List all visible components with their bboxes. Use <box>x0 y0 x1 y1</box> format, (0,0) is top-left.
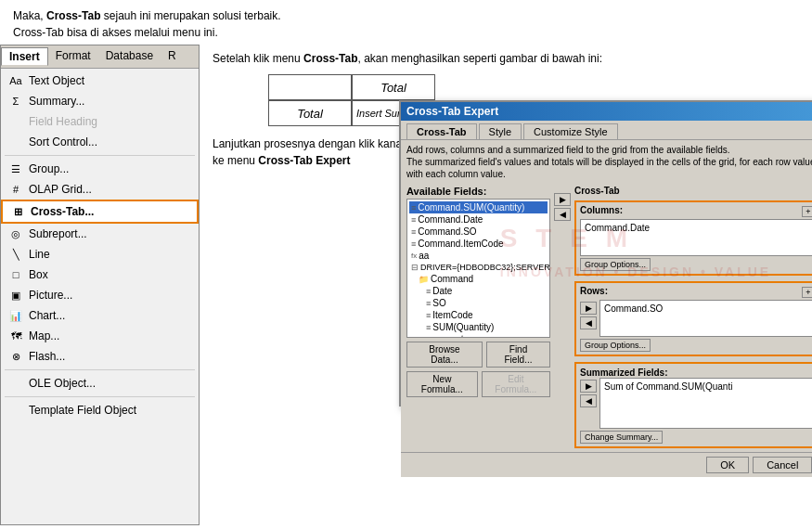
field-icon-driver: ⊟ <box>411 263 419 272</box>
field-label-cmd-itemcode: ItemCode <box>432 310 472 320</box>
menu-item-ole-object[interactable]: OLE Object... <box>1 373 199 394</box>
field-item-aa[interactable]: fx aa <box>409 250 548 262</box>
field-item-cmd-date[interactable]: ≡ Date <box>409 285 548 297</box>
menu-label-picture: Picture... <box>29 289 72 302</box>
arrow-right-button[interactable]: ▶ <box>554 193 571 206</box>
field-item-itemcode[interactable]: ≡ Command.ItemCode <box>409 238 548 250</box>
new-formula-button[interactable]: New Formula... <box>406 371 478 397</box>
columns-list[interactable]: Command.Date <box>580 219 812 256</box>
summarized-arrow-right[interactable]: ▶ <box>580 380 597 393</box>
text-icon: Aa <box>6 73 25 88</box>
menu-label-cross-tab: Cross-Tab... <box>31 205 94 218</box>
field-item-sum-qty[interactable]: ≡ Command.SUM(Quantity) <box>409 201 548 213</box>
menu-item-box[interactable]: □ Box <box>1 264 199 285</box>
summarized-list[interactable]: Sum of Command.SUM(Quanti <box>599 378 812 429</box>
field-label-cmd-sumqty: SUM(Quantity) <box>432 322 494 332</box>
field-item-command-folder[interactable]: 📁 Command <box>409 273 548 285</box>
menu-item-chart[interactable]: 📊 Chart... <box>1 305 199 326</box>
menu-bar-database[interactable]: Database <box>98 47 161 66</box>
flash-icon: ⊗ <box>6 349 25 364</box>
cross-tab-expert-dialog: S T E M INNOVATION • DESIGN • VALUE Cros… <box>399 100 812 406</box>
formula-buttons: New Formula... Edit Formula... <box>406 371 550 397</box>
rows-arrow-left[interactable]: ◀ <box>580 316 597 329</box>
subreport-icon: ◎ <box>6 226 25 241</box>
menu-item-group[interactable]: ☰ Group... <box>1 159 199 179</box>
menu-bar: Insert Format Database R <box>1 45 199 69</box>
group-icon: ☰ <box>6 161 25 176</box>
field-item-amount[interactable]: ≡ amount <box>409 333 548 338</box>
field-label-itemcode: Command.ItemCode <box>418 239 503 249</box>
field-item-driver[interactable]: ⊟ DRIVER={HDBODBC32};SERVERNODE=hanab.th… <box>409 262 548 273</box>
menu-bar-r[interactable]: R <box>161 47 184 66</box>
menu-item-cross-tab[interactable]: ⊞ Cross-Tab... <box>1 200 199 224</box>
ok-button[interactable]: OK <box>706 457 749 473</box>
menu-item-sort-control[interactable]: Sort Control... <box>1 132 199 152</box>
available-fields-section: Available Fields: ≡ Command.SUM(Quantity… <box>406 186 550 448</box>
find-field-button[interactable]: Find Field... <box>486 342 550 368</box>
menu-item-map[interactable]: 🗺 Map... <box>1 326 199 346</box>
tab-customize-style[interactable]: Customize Style <box>523 123 617 139</box>
intro-line1: Maka, Cross-Tab sejauh ini merupakan sol… <box>13 9 281 22</box>
rows-group-options-button[interactable]: Group Options... <box>580 339 651 352</box>
content-line1: Setelah klik menu Cross-Tab, akan mengha… <box>213 52 602 65</box>
columns-group-options-button[interactable]: Group Options... <box>580 258 651 271</box>
dialog-tabs: Cross-Tab Style Customize Style <box>401 121 812 140</box>
menu-label-olap-grid: OLAP Grid... <box>29 183 92 196</box>
menu-label-group: Group... <box>29 162 69 175</box>
edit-formula-button[interactable]: Edit Formula... <box>482 371 550 397</box>
rows-arrow-right[interactable]: ▶ <box>580 302 597 315</box>
summarized-arrow-buttons: ▶ ◀ <box>580 380 597 407</box>
columns-plus-button[interactable]: + <box>802 206 812 217</box>
menu-label-flash: Flash... <box>29 350 65 363</box>
menu-bar-insert[interactable]: Insert <box>1 47 48 66</box>
menu-item-picture[interactable]: ▣ Picture... <box>1 285 199 305</box>
field-item-so[interactable]: ≡ Command.SO <box>409 226 548 238</box>
field-item-date[interactable]: ≡ Command.Date <box>409 213 548 226</box>
rows-value-item[interactable]: Command.SO <box>602 303 812 315</box>
rows-arrow-buttons: ▶ ◀ <box>580 302 597 329</box>
change-summary-button[interactable]: Change Summary... <box>580 431 663 444</box>
menu-item-text-object[interactable]: Aa Text Object <box>1 71 199 91</box>
menu-item-olap-grid[interactable]: # OLAP Grid... <box>1 179 199 200</box>
columns-value-item[interactable]: Command.Date <box>583 222 812 234</box>
tab-cross-tab[interactable]: Cross-Tab <box>406 123 477 139</box>
menu-label-subreport: Subreport... <box>29 227 87 240</box>
dialog-main-content: Available Fields: ≡ Command.SUM(Quantity… <box>406 186 812 448</box>
menu-label-line: Line <box>29 248 50 261</box>
ct-preview-header-row: Total <box>268 74 435 100</box>
field-heading-icon <box>6 114 25 129</box>
menu-item-flash[interactable]: ⊗ Flash... <box>1 346 199 367</box>
summarized-arrow-left[interactable]: ◀ <box>580 394 597 407</box>
summarized-content: ▶ ◀ Sum of Command.SUM(Quanti <box>580 378 812 429</box>
menu-bar-format[interactable]: Format <box>48 47 98 66</box>
dialog-footer: OK Cancel Help <box>401 452 812 477</box>
cancel-button[interactable]: Cancel <box>753 457 812 473</box>
menu-item-summary[interactable]: Σ Summary... <box>1 91 199 111</box>
rows-plus-button[interactable]: + <box>802 287 812 298</box>
field-item-cmd-so[interactable]: ≡ SO <box>409 297 548 309</box>
field-icon-cmd-date: ≡ <box>426 287 431 296</box>
field-icon-cmd-sumqty: ≡ <box>426 323 431 332</box>
sigma-icon: Σ <box>6 94 25 109</box>
menu-item-subreport[interactable]: ◎ Subreport... <box>1 224 199 244</box>
summarized-value-item[interactable]: Sum of Command.SUM(Quanti <box>602 381 812 393</box>
field-label-cmd-date: Date <box>432 286 452 296</box>
right-side-section: Cross-Tab Columns: + - ▲ ▼ <box>574 186 812 448</box>
browse-data-button[interactable]: Browse Data... <box>406 342 483 368</box>
dialog-titlebar: Cross-Tab Expert ✕ <box>401 102 812 121</box>
field-icon-cmd-so: ≡ <box>426 299 431 308</box>
rows-list[interactable]: Command.SO <box>599 300 812 337</box>
arrow-left-button[interactable]: ◀ <box>554 208 571 221</box>
field-item-cmd-itemcode[interactable]: ≡ ItemCode <box>409 309 548 321</box>
field-item-cmd-sumqty[interactable]: ≡ SUM(Quantity) <box>409 321 548 333</box>
folder-icon: 📁 <box>419 275 429 284</box>
menu-label-text-object: Text Object <box>29 74 84 87</box>
menu-label-sort-control: Sort Control... <box>29 135 97 148</box>
field-label-aa: aa <box>419 251 429 261</box>
menu-item-template-field[interactable]: Template Field Object <box>1 400 199 420</box>
menu-item-line[interactable]: ╲ Line <box>1 244 199 264</box>
available-fields-list[interactable]: ≡ Command.SUM(Quantity) ≡ Command.Date ≡… <box>406 199 550 338</box>
field-icon-amount: ≡ <box>426 335 431 339</box>
tab-style[interactable]: Style <box>479 123 522 139</box>
line-icon: ╲ <box>6 247 25 262</box>
